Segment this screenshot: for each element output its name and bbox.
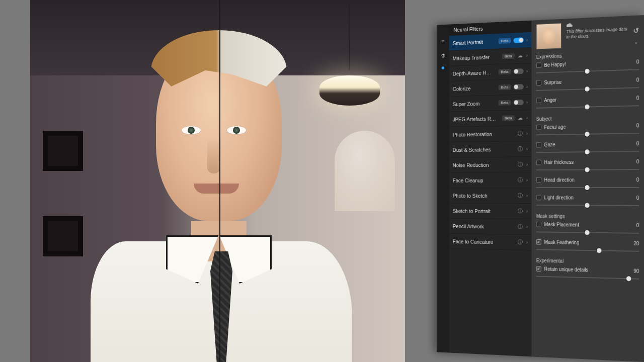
param-hair-thickness: Hair thickness0 (536, 159, 639, 173)
param-slider[interactable] (536, 84, 639, 94)
param-slider[interactable] (536, 66, 639, 76)
param-checkbox[interactable] (536, 125, 541, 130)
filter-row-super-zoom[interactable]: Super ZoomBeta› (449, 95, 532, 112)
reset-icon[interactable]: ↺ (633, 19, 639, 34)
filter-row-sketch-to-portrait[interactable]: Sketch to Portraitⓘ› (449, 203, 532, 219)
param-value: 20 (633, 241, 639, 246)
before-after-divider[interactable] (219, 0, 220, 362)
param-checkbox[interactable] (536, 80, 541, 85)
chevron-right-icon: › (526, 53, 528, 58)
chevron-right-icon: › (526, 68, 528, 74)
beta-badge: Beta (499, 69, 511, 74)
param-slider[interactable] (536, 229, 639, 237)
param-label: Surprise (544, 79, 561, 85)
cloud-download-icon[interactable]: ☁ (517, 52, 524, 59)
filter-row-pencil-artwork[interactable]: Pencil Artworkⓘ› (449, 219, 532, 235)
flask-icon[interactable]: ⚗ (439, 52, 446, 60)
panel-icon-strip: ≡ ⚗ (437, 25, 449, 353)
filter-label: Smart Portrait (453, 38, 499, 46)
document-canvas[interactable] (30, 0, 405, 362)
param-checkbox[interactable] (536, 177, 541, 183)
neural-filters-panel: ≡ ⚗ Neural Filters Smart PortraitBeta›Ma… (437, 15, 644, 362)
param-mask-placement: Mask Placement0 (536, 222, 639, 237)
info-icon[interactable]: ⓘ (517, 161, 524, 168)
param-checkbox[interactable] (536, 160, 541, 165)
filter-row-face-to-caricature[interactable]: Face to Caricatureⓘ› (449, 234, 532, 250)
beta-badge: Beta (499, 38, 511, 44)
chevron-right-icon: › (526, 37, 528, 43)
param-slider[interactable] (536, 148, 639, 156)
filter-row-photo-restoration[interactable]: Photo Restorationⓘ› (449, 126, 532, 142)
filter-label: Sketch to Portrait (453, 208, 517, 214)
param-checkbox[interactable] (536, 98, 541, 103)
filter-toggle[interactable] (513, 100, 523, 105)
param-label: Head direction (544, 177, 574, 183)
chevron-down-icon[interactable]: ⌄ (634, 39, 638, 45)
filter-row-dust-scratches[interactable]: Dust & Scratchesⓘ› (449, 141, 532, 157)
active-dot-icon (442, 66, 444, 69)
section-title-experimental: Experimental (536, 258, 639, 265)
chevron-right-icon: › (526, 146, 528, 152)
filter-row-noise-reduction[interactable]: Noise Reductionⓘ› (449, 157, 532, 173)
section-title-subject: Subject (536, 114, 639, 122)
info-icon[interactable]: ⓘ (517, 223, 524, 231)
sliders-icon[interactable]: ≡ (439, 38, 446, 46)
param-checkbox[interactable]: ✓ (536, 239, 541, 245)
param-value: 0 (636, 141, 639, 146)
info-icon[interactable]: ⓘ (517, 192, 524, 200)
param-value: 0 (636, 123, 639, 128)
info-icon[interactable]: ⓘ (517, 208, 524, 215)
filter-row-jpeg-artefacts-r[interactable]: JPEG Artefacts R…Beta☁› (449, 110, 532, 127)
chevron-right-icon: › (526, 131, 528, 136)
param-value: 0 (636, 195, 639, 201)
param-slider[interactable] (536, 130, 639, 138)
param-label: Light direction (544, 195, 573, 201)
param-label: Be Happy! (544, 62, 566, 68)
chevron-right-icon: › (526, 193, 528, 199)
filter-label: Makeup Transfer (453, 53, 502, 61)
param-retain-unique-details: ✓Retain unique details90 (536, 266, 639, 282)
param-checkbox[interactable] (536, 195, 541, 201)
beta-badge: Beta (502, 115, 514, 121)
param-checkbox[interactable]: ✓ (536, 266, 541, 272)
filter-toggle[interactable] (513, 37, 523, 43)
info-icon[interactable]: ⓘ (517, 238, 524, 246)
param-value: 0 (636, 95, 639, 101)
param-anger: Anger0 (536, 95, 639, 111)
param-slider[interactable] (536, 202, 639, 209)
filter-label: Photo to Sketch (453, 193, 517, 199)
param-slider[interactable] (536, 273, 639, 283)
info-icon[interactable]: ⓘ (517, 130, 524, 137)
param-slider[interactable] (536, 184, 639, 191)
filter-toggle[interactable] (513, 68, 523, 74)
param-checkbox[interactable] (536, 62, 541, 68)
filter-label: Dust & Scratches (453, 146, 517, 153)
filter-label: Noise Reduction (453, 161, 517, 167)
filter-row-face-cleanup[interactable]: Face Cleanupⓘ› (449, 172, 532, 188)
param-label: Gaze (544, 142, 555, 147)
chevron-right-icon: › (526, 177, 528, 183)
filter-row-photo-to-sketch[interactable]: Photo to Sketchⓘ› (449, 188, 532, 204)
face-thumbnail[interactable] (536, 23, 561, 50)
filter-row-depth-aware-h[interactable]: Depth-Aware H…Beta› (449, 63, 532, 81)
param-checkbox[interactable] (536, 142, 541, 148)
bg-frame (43, 216, 83, 256)
filter-label: Face Cleanup (453, 177, 517, 183)
param-label: Facial age (544, 124, 566, 130)
filter-row-colorize[interactable]: ColorizeBeta› (449, 79, 532, 97)
bg-frame (43, 131, 83, 171)
param-label: Mask Feathering (544, 239, 579, 245)
info-icon[interactable]: ⓘ (517, 145, 524, 153)
filter-toggle[interactable] (513, 84, 523, 89)
param-slider[interactable] (536, 102, 639, 111)
cloud-download-icon[interactable]: ☁ (517, 115, 524, 121)
param-checkbox[interactable] (536, 222, 541, 227)
info-icon[interactable]: ⓘ (517, 176, 524, 184)
param-be-happy: Be Happy!0 (536, 59, 639, 76)
chevron-right-icon: › (526, 115, 528, 121)
param-label: Mask Placement (544, 222, 579, 227)
param-light-direction: Light direction0 (536, 195, 639, 209)
param-slider[interactable] (536, 166, 639, 173)
section-title-expressions: Expressions (536, 50, 639, 59)
param-slider[interactable] (536, 246, 639, 254)
